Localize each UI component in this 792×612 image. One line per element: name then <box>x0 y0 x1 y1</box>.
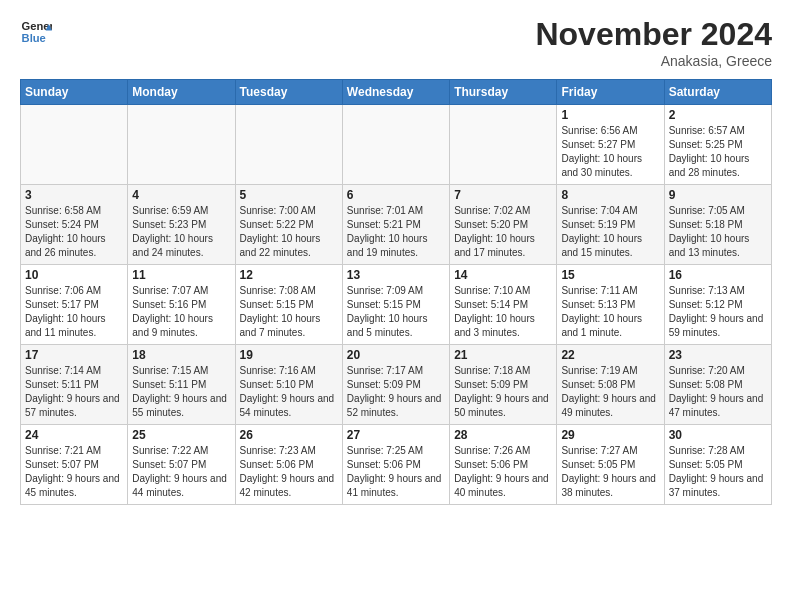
calendar-cell: 19Sunrise: 7:16 AM Sunset: 5:10 PM Dayli… <box>235 345 342 425</box>
calendar-cell: 14Sunrise: 7:10 AM Sunset: 5:14 PM Dayli… <box>450 265 557 345</box>
calendar-header: SundayMondayTuesdayWednesdayThursdayFrid… <box>21 80 772 105</box>
day-info: Sunrise: 6:58 AM Sunset: 5:24 PM Dayligh… <box>25 204 123 260</box>
day-number: 9 <box>669 188 767 202</box>
calendar-cell: 4Sunrise: 6:59 AM Sunset: 5:23 PM Daylig… <box>128 185 235 265</box>
day-number: 8 <box>561 188 659 202</box>
day-number: 30 <box>669 428 767 442</box>
day-number: 12 <box>240 268 338 282</box>
day-info: Sunrise: 7:16 AM Sunset: 5:10 PM Dayligh… <box>240 364 338 420</box>
calendar-cell: 21Sunrise: 7:18 AM Sunset: 5:09 PM Dayli… <box>450 345 557 425</box>
month-title: November 2024 <box>535 16 772 53</box>
calendar-cell: 5Sunrise: 7:00 AM Sunset: 5:22 PM Daylig… <box>235 185 342 265</box>
day-info: Sunrise: 7:25 AM Sunset: 5:06 PM Dayligh… <box>347 444 445 500</box>
calendar-cell: 23Sunrise: 7:20 AM Sunset: 5:08 PM Dayli… <box>664 345 771 425</box>
calendar-cell: 17Sunrise: 7:14 AM Sunset: 5:11 PM Dayli… <box>21 345 128 425</box>
day-number: 3 <box>25 188 123 202</box>
calendar-cell: 3Sunrise: 6:58 AM Sunset: 5:24 PM Daylig… <box>21 185 128 265</box>
day-info: Sunrise: 7:11 AM Sunset: 5:13 PM Dayligh… <box>561 284 659 340</box>
day-number: 4 <box>132 188 230 202</box>
svg-text:General: General <box>22 20 52 32</box>
day-number: 21 <box>454 348 552 362</box>
calendar-cell: 1Sunrise: 6:56 AM Sunset: 5:27 PM Daylig… <box>557 105 664 185</box>
calendar-cell: 6Sunrise: 7:01 AM Sunset: 5:21 PM Daylig… <box>342 185 449 265</box>
calendar-cell <box>235 105 342 185</box>
day-info: Sunrise: 7:09 AM Sunset: 5:15 PM Dayligh… <box>347 284 445 340</box>
day-info: Sunrise: 7:17 AM Sunset: 5:09 PM Dayligh… <box>347 364 445 420</box>
header-cell-saturday: Saturday <box>664 80 771 105</box>
day-info: Sunrise: 7:01 AM Sunset: 5:21 PM Dayligh… <box>347 204 445 260</box>
day-number: 14 <box>454 268 552 282</box>
day-number: 15 <box>561 268 659 282</box>
day-number: 22 <box>561 348 659 362</box>
calendar-table: SundayMondayTuesdayWednesdayThursdayFrid… <box>20 79 772 505</box>
day-number: 29 <box>561 428 659 442</box>
calendar-cell: 2Sunrise: 6:57 AM Sunset: 5:25 PM Daylig… <box>664 105 771 185</box>
week-row-1: 3Sunrise: 6:58 AM Sunset: 5:24 PM Daylig… <box>21 185 772 265</box>
day-number: 10 <box>25 268 123 282</box>
svg-text:Blue: Blue <box>22 32 46 44</box>
calendar-cell: 11Sunrise: 7:07 AM Sunset: 5:16 PM Dayli… <box>128 265 235 345</box>
day-info: Sunrise: 7:28 AM Sunset: 5:05 PM Dayligh… <box>669 444 767 500</box>
day-number: 11 <box>132 268 230 282</box>
header-cell-tuesday: Tuesday <box>235 80 342 105</box>
day-number: 6 <box>347 188 445 202</box>
day-info: Sunrise: 6:59 AM Sunset: 5:23 PM Dayligh… <box>132 204 230 260</box>
header-row: SundayMondayTuesdayWednesdayThursdayFrid… <box>21 80 772 105</box>
calendar-cell: 7Sunrise: 7:02 AM Sunset: 5:20 PM Daylig… <box>450 185 557 265</box>
day-number: 13 <box>347 268 445 282</box>
calendar-body: 1Sunrise: 6:56 AM Sunset: 5:27 PM Daylig… <box>21 105 772 505</box>
day-info: Sunrise: 7:05 AM Sunset: 5:18 PM Dayligh… <box>669 204 767 260</box>
week-row-0: 1Sunrise: 6:56 AM Sunset: 5:27 PM Daylig… <box>21 105 772 185</box>
header-cell-friday: Friday <box>557 80 664 105</box>
calendar-cell: 16Sunrise: 7:13 AM Sunset: 5:12 PM Dayli… <box>664 265 771 345</box>
day-number: 20 <box>347 348 445 362</box>
day-info: Sunrise: 7:00 AM Sunset: 5:22 PM Dayligh… <box>240 204 338 260</box>
day-info: Sunrise: 7:21 AM Sunset: 5:07 PM Dayligh… <box>25 444 123 500</box>
calendar-cell: 18Sunrise: 7:15 AM Sunset: 5:11 PM Dayli… <box>128 345 235 425</box>
day-info: Sunrise: 7:08 AM Sunset: 5:15 PM Dayligh… <box>240 284 338 340</box>
calendar-cell <box>128 105 235 185</box>
day-info: Sunrise: 7:18 AM Sunset: 5:09 PM Dayligh… <box>454 364 552 420</box>
day-number: 2 <box>669 108 767 122</box>
day-info: Sunrise: 7:26 AM Sunset: 5:06 PM Dayligh… <box>454 444 552 500</box>
calendar-cell: 9Sunrise: 7:05 AM Sunset: 5:18 PM Daylig… <box>664 185 771 265</box>
day-info: Sunrise: 7:04 AM Sunset: 5:19 PM Dayligh… <box>561 204 659 260</box>
header-cell-monday: Monday <box>128 80 235 105</box>
calendar-cell: 26Sunrise: 7:23 AM Sunset: 5:06 PM Dayli… <box>235 425 342 505</box>
calendar-cell: 28Sunrise: 7:26 AM Sunset: 5:06 PM Dayli… <box>450 425 557 505</box>
day-info: Sunrise: 7:10 AM Sunset: 5:14 PM Dayligh… <box>454 284 552 340</box>
day-number: 5 <box>240 188 338 202</box>
calendar-cell: 22Sunrise: 7:19 AM Sunset: 5:08 PM Dayli… <box>557 345 664 425</box>
calendar-cell <box>21 105 128 185</box>
day-number: 16 <box>669 268 767 282</box>
day-number: 27 <box>347 428 445 442</box>
calendar-cell <box>450 105 557 185</box>
title-section: November 2024 Anakasia, Greece <box>535 16 772 69</box>
day-info: Sunrise: 7:15 AM Sunset: 5:11 PM Dayligh… <box>132 364 230 420</box>
calendar-cell: 30Sunrise: 7:28 AM Sunset: 5:05 PM Dayli… <box>664 425 771 505</box>
day-info: Sunrise: 7:22 AM Sunset: 5:07 PM Dayligh… <box>132 444 230 500</box>
day-info: Sunrise: 7:14 AM Sunset: 5:11 PM Dayligh… <box>25 364 123 420</box>
day-number: 1 <box>561 108 659 122</box>
calendar-cell: 8Sunrise: 7:04 AM Sunset: 5:19 PM Daylig… <box>557 185 664 265</box>
week-row-4: 24Sunrise: 7:21 AM Sunset: 5:07 PM Dayli… <box>21 425 772 505</box>
day-number: 28 <box>454 428 552 442</box>
header-cell-sunday: Sunday <box>21 80 128 105</box>
calendar-cell: 15Sunrise: 7:11 AM Sunset: 5:13 PM Dayli… <box>557 265 664 345</box>
day-info: Sunrise: 6:57 AM Sunset: 5:25 PM Dayligh… <box>669 124 767 180</box>
day-number: 7 <box>454 188 552 202</box>
week-row-2: 10Sunrise: 7:06 AM Sunset: 5:17 PM Dayli… <box>21 265 772 345</box>
header-cell-thursday: Thursday <box>450 80 557 105</box>
day-number: 18 <box>132 348 230 362</box>
day-number: 17 <box>25 348 123 362</box>
day-info: Sunrise: 7:13 AM Sunset: 5:12 PM Dayligh… <box>669 284 767 340</box>
calendar-cell: 13Sunrise: 7:09 AM Sunset: 5:15 PM Dayli… <box>342 265 449 345</box>
day-number: 23 <box>669 348 767 362</box>
calendar-cell: 29Sunrise: 7:27 AM Sunset: 5:05 PM Dayli… <box>557 425 664 505</box>
logo-icon: General Blue <box>20 16 52 48</box>
calendar-cell: 27Sunrise: 7:25 AM Sunset: 5:06 PM Dayli… <box>342 425 449 505</box>
day-info: Sunrise: 7:23 AM Sunset: 5:06 PM Dayligh… <box>240 444 338 500</box>
day-number: 26 <box>240 428 338 442</box>
page-container: General Blue November 2024 Anakasia, Gre… <box>0 0 792 515</box>
day-number: 24 <box>25 428 123 442</box>
